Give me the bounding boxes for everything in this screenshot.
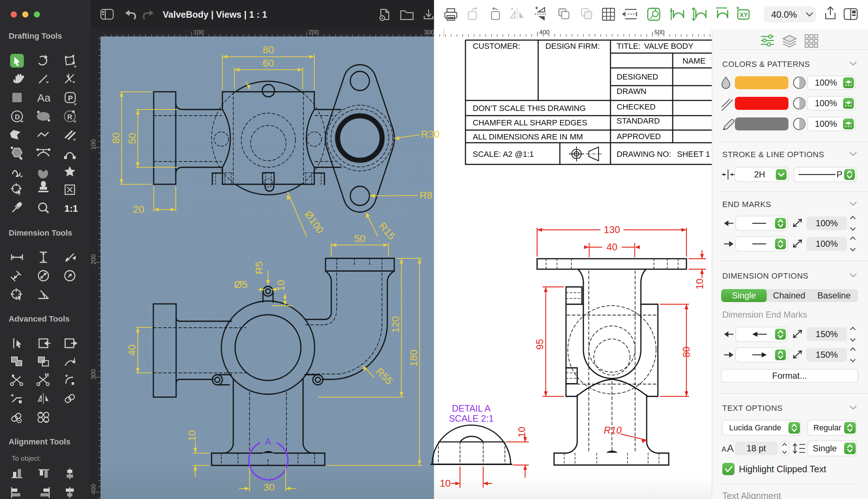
svg-text:ValveBody | Views | 1 : 1: ValveBody | Views | 1 : 1	[163, 9, 267, 20]
svg-text:R8: R8	[420, 190, 433, 201]
svg-text:1:1: 1:1	[64, 203, 78, 214]
svg-text:100%: 100%	[815, 78, 837, 87]
svg-text:DON’T SCALE THIS DRAWING: DON’T SCALE THIS DRAWING	[473, 104, 586, 113]
svg-text:60: 60	[263, 57, 274, 69]
svg-text:Chained: Chained	[773, 291, 805, 300]
svg-text:NAME: NAME	[682, 56, 706, 65]
svg-text:DESIGNED: DESIGNED	[617, 72, 658, 81]
svg-text:A: A	[722, 445, 727, 453]
svg-text:CHAMFER ALL SHARP EDGES: CHAMFER ALL SHARP EDGES	[473, 118, 587, 127]
svg-text:130: 130	[604, 224, 620, 235]
svg-text:50: 50	[354, 233, 365, 244]
svg-text:20: 20	[133, 204, 144, 215]
svg-text:CUSTOMER:: CUSTOMER:	[473, 42, 520, 51]
svg-text:Drafting Tools: Drafting Tools	[9, 31, 62, 40]
svg-text:500: 500	[654, 29, 664, 36]
svg-text:80: 80	[681, 347, 692, 357]
svg-text:Format...: Format...	[772, 371, 807, 380]
svg-text:100: 100	[193, 29, 204, 36]
svg-text:TITLE:: TITLE:	[617, 42, 641, 51]
svg-text:DRAWN: DRAWN	[617, 87, 646, 96]
svg-text:10: 10	[186, 430, 197, 441]
svg-text:150%: 150%	[816, 329, 838, 339]
svg-text:400: 400	[539, 29, 549, 36]
svg-text:95: 95	[535, 339, 545, 350]
svg-text:18 pt: 18 pt	[746, 443, 766, 453]
svg-text:DRAWING NO:: DRAWING NO:	[617, 150, 671, 159]
svg-text:Ø5: Ø5	[234, 279, 247, 290]
svg-text:R5: R5	[254, 261, 265, 274]
svg-text:STROKE & LINE OPTIONS: STROKE & LINE OPTIONS	[722, 150, 824, 159]
svg-text:A: A	[265, 436, 271, 447]
svg-text:30: 30	[263, 482, 275, 493]
svg-text:10: 10	[275, 280, 286, 291]
svg-text:DETAIL A: DETAIL A	[452, 403, 491, 413]
svg-text:40.0%: 40.0%	[771, 9, 797, 20]
svg-text:DESIGN FIRM:: DESIGN FIRM:	[545, 42, 600, 51]
svg-text:P: P	[68, 94, 73, 102]
svg-text:120: 120	[390, 316, 401, 333]
svg-text:300: 300	[90, 369, 97, 379]
svg-text:40: 40	[607, 242, 617, 253]
svg-text:Dimension Tools: Dimension Tools	[9, 228, 72, 237]
svg-text:END MARKS: END MARKS	[722, 200, 771, 209]
svg-text:200: 200	[309, 29, 319, 36]
svg-text:Regular: Regular	[813, 423, 841, 432]
svg-text:R30: R30	[421, 129, 439, 140]
svg-text:400: 400	[90, 484, 97, 494]
svg-text:ALL DIMENSIONS ARE IN MM: ALL DIMENSIONS ARE IN MM	[473, 132, 583, 141]
svg-text:2H: 2H	[754, 169, 765, 179]
svg-text:Aa: Aa	[37, 92, 51, 104]
svg-text:10: 10	[516, 427, 527, 438]
svg-text:R: R	[67, 113, 72, 121]
svg-text:Single: Single	[732, 291, 756, 300]
svg-text:CHECKED: CHECKED	[617, 102, 656, 111]
svg-text:10: 10	[440, 478, 451, 489]
svg-text:100: 100	[90, 139, 97, 150]
svg-text:200: 200	[90, 254, 97, 264]
svg-text:100%: 100%	[815, 98, 837, 108]
svg-text:Baseline: Baseline	[817, 291, 851, 300]
svg-text:100%: 100%	[816, 239, 838, 249]
svg-text:100%: 100%	[815, 119, 837, 129]
svg-text:100%: 100%	[816, 218, 838, 228]
svg-text:DIMENSION OPTIONS: DIMENSION OPTIONS	[722, 271, 808, 280]
svg-text:Highlight Clipped Text: Highlight Clipped Text	[739, 464, 826, 474]
svg-text:XY: XY	[740, 12, 748, 18]
svg-text:Advanced Tools: Advanced Tools	[9, 314, 69, 323]
svg-text:180: 180	[408, 350, 419, 367]
svg-text:40: 40	[126, 344, 137, 356]
svg-text:Text Alignment: Text Alignment	[722, 491, 781, 499]
svg-text:D: D	[15, 113, 20, 121]
svg-text:80: 80	[263, 44, 274, 55]
svg-text:10: 10	[694, 279, 705, 289]
svg-text:TEXT OPTIONS: TEXT OPTIONS	[722, 404, 783, 413]
svg-text:SCALE: A2 @1:1: SCALE: A2 @1:1	[473, 150, 534, 159]
svg-text:VALVE BODY: VALVE BODY	[644, 42, 693, 51]
svg-text:Lucida Grande: Lucida Grande	[729, 423, 781, 432]
svg-text:A: A	[727, 443, 734, 454]
svg-text:150%: 150%	[816, 350, 838, 360]
svg-text:STANDARD: STANDARD	[617, 116, 660, 125]
svg-text:300: 300	[424, 29, 434, 36]
svg-text:APPROVED: APPROVED	[617, 132, 661, 141]
svg-text:SCALE 2:1: SCALE 2:1	[449, 413, 494, 423]
svg-text:To object:: To object:	[12, 455, 41, 462]
svg-text:Dimension End Marks: Dimension End Marks	[722, 310, 807, 319]
svg-text:Single: Single	[813, 443, 837, 453]
svg-text:P: P	[837, 169, 842, 179]
svg-text:COLORS & PATTERNS: COLORS & PATTERNS	[722, 60, 810, 69]
svg-text:R10: R10	[604, 425, 622, 436]
svg-text:Alignment Tools: Alignment Tools	[9, 437, 71, 446]
svg-text:SHEET 1 O: SHEET 1 O	[677, 150, 712, 159]
svg-text:80: 80	[110, 132, 122, 143]
svg-text:50: 50	[127, 133, 138, 144]
svg-text:M: M	[45, 372, 49, 378]
